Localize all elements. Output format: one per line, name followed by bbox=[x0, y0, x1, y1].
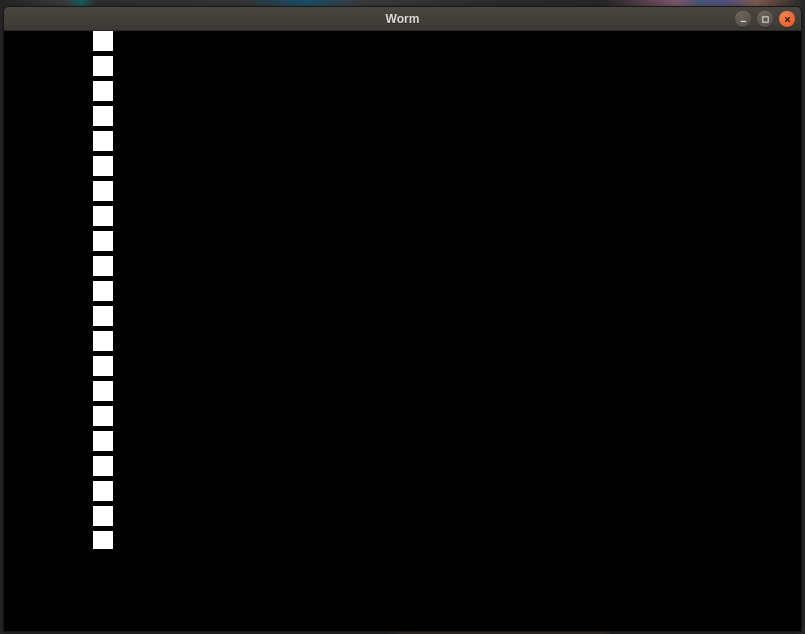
worm-segment bbox=[93, 406, 113, 426]
worm-segment bbox=[93, 156, 113, 176]
worm-segment bbox=[93, 456, 113, 476]
worm-segment bbox=[93, 381, 113, 401]
worm-segment bbox=[93, 31, 113, 51]
worm-segment bbox=[93, 56, 113, 76]
worm-segment bbox=[93, 131, 113, 151]
application-window: Worm bbox=[3, 6, 802, 632]
game-canvas[interactable] bbox=[4, 31, 801, 631]
worm-segment bbox=[93, 431, 113, 451]
worm-segment bbox=[93, 81, 113, 101]
close-button[interactable] bbox=[779, 11, 795, 27]
worm-segment bbox=[93, 306, 113, 326]
worm-segment bbox=[93, 231, 113, 251]
titlebar[interactable]: Worm bbox=[4, 7, 801, 31]
svg-rect-0 bbox=[740, 20, 745, 21]
worm-segment bbox=[93, 106, 113, 126]
worm-segment bbox=[93, 481, 113, 501]
worm-segment bbox=[93, 331, 113, 351]
minimize-button[interactable] bbox=[735, 11, 751, 27]
worm-segment bbox=[93, 256, 113, 276]
worm-segment bbox=[93, 181, 113, 201]
worm-segment bbox=[93, 356, 113, 376]
svg-rect-1 bbox=[762, 16, 767, 21]
worm-segment bbox=[93, 206, 113, 226]
worm-segment bbox=[93, 281, 113, 301]
window-title: Worm bbox=[386, 12, 420, 26]
maximize-button[interactable] bbox=[757, 11, 773, 27]
window-controls bbox=[735, 11, 795, 27]
maximize-icon bbox=[761, 15, 770, 24]
close-icon bbox=[783, 15, 792, 24]
worm-segment bbox=[93, 506, 113, 526]
worm-segment bbox=[93, 531, 113, 549]
minimize-icon bbox=[739, 15, 748, 24]
